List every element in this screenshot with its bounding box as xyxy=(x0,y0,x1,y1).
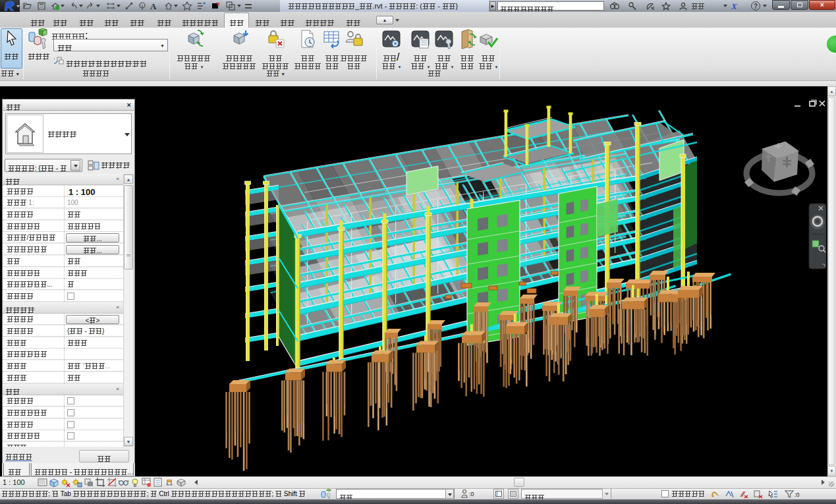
svg-text::0: :0 xyxy=(794,491,800,498)
svg-text:1: 1 xyxy=(141,4,144,8)
svg-text::0: :0 xyxy=(469,491,474,497)
